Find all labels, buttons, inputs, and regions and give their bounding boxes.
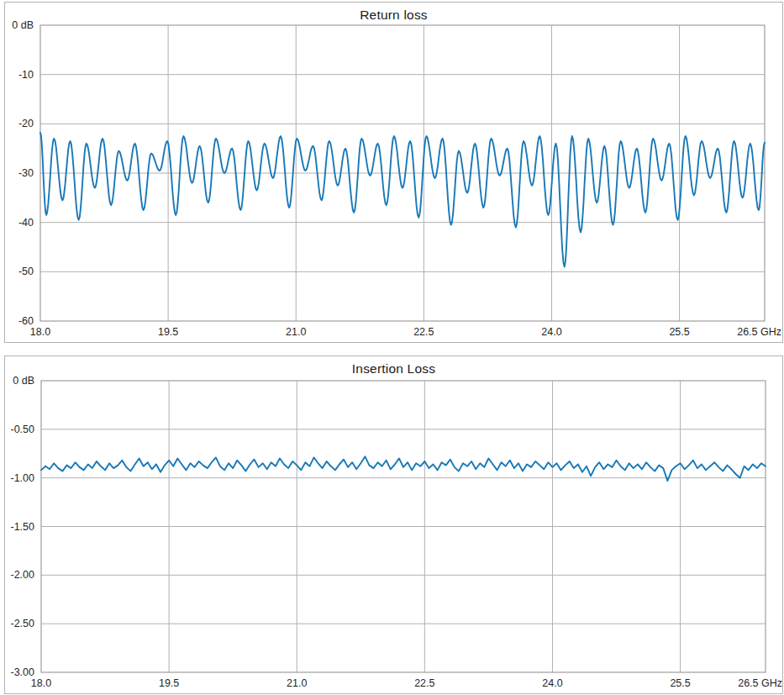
x-tick-label: 22.5 bbox=[414, 677, 434, 689]
y-tick-label: -2.50 bbox=[11, 618, 35, 629]
y-tick-label: -1.00 bbox=[11, 472, 35, 484]
y-tick-label: -1.50 bbox=[11, 521, 35, 533]
return-loss-chart-panel: Return loss 0 dB-10-20-30-40-50-6018.019… bbox=[4, 2, 783, 343]
x-tick-label: 19.5 bbox=[159, 677, 179, 689]
x-tick-label: 24.0 bbox=[542, 677, 562, 689]
x-tick-label: 25.5 bbox=[669, 326, 689, 338]
y-tick-label: -60 bbox=[18, 315, 34, 327]
insertion-loss-plot: 0 dB-0.50-1.00-1.50-2.00-2.50-3.0018.019… bbox=[5, 356, 782, 693]
x-tick-label: 21.0 bbox=[286, 326, 306, 338]
x-tick-label: 18.0 bbox=[30, 326, 50, 338]
return-loss-trace bbox=[40, 133, 765, 267]
x-tick-label: 18.0 bbox=[31, 677, 51, 689]
insertion-loss-chart-panel: Insertion Loss 0 dB-0.50-1.00-1.50-2.00-… bbox=[4, 355, 783, 694]
y-tick-label: -10 bbox=[18, 69, 34, 81]
insertion-loss-trace bbox=[41, 456, 766, 481]
x-tick-label: 21.0 bbox=[287, 677, 307, 689]
y-tick-label: -40 bbox=[18, 217, 34, 229]
y-tick-label: -0.50 bbox=[11, 424, 35, 435]
x-tick-label: 22.5 bbox=[413, 326, 434, 338]
x-tick-label: 24.0 bbox=[541, 326, 561, 338]
y-tick-label: -50 bbox=[18, 266, 34, 277]
x-tick-label: 19.5 bbox=[158, 326, 178, 338]
y-tick-label: 0 dB bbox=[12, 19, 34, 31]
return-loss-plot: 0 dB-10-20-30-40-50-6018.019.521.022.524… bbox=[5, 3, 782, 342]
x-tick-label: 25.5 bbox=[670, 677, 690, 689]
y-tick-label: -3.00 bbox=[11, 666, 35, 678]
x-tick-label: 26.5 GHz bbox=[737, 326, 781, 338]
y-tick-label: -20 bbox=[18, 118, 34, 129]
y-tick-label: -30 bbox=[18, 167, 34, 179]
y-tick-label: 0 dB bbox=[13, 375, 34, 387]
y-tick-label: -2.00 bbox=[11, 569, 35, 581]
x-tick-label: 26.5 GHz bbox=[738, 677, 782, 689]
